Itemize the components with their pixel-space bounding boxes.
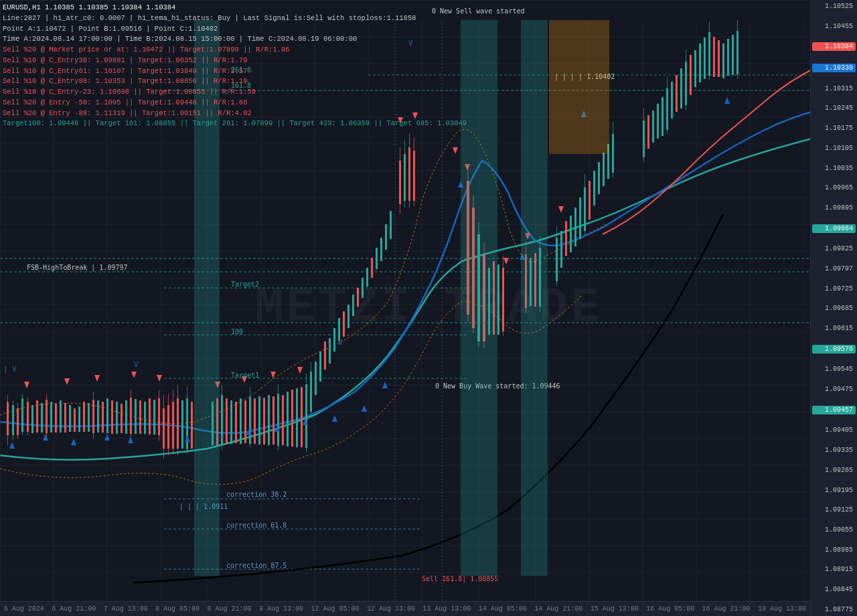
svg-rect-161	[488, 268, 490, 335]
price-level-11: 1.09825	[812, 245, 856, 252]
svg-rect-101	[212, 402, 214, 445]
svg-marker-221	[270, 372, 276, 378]
time-label-15: 19 Aug 13:00	[758, 605, 806, 613]
svg-rect-198	[680, 68, 682, 108]
price-level-28: 1.08845	[812, 586, 856, 593]
time-label-9: 13 Aug 13:00	[422, 605, 471, 613]
svg-rect-74	[102, 402, 104, 433]
svg-rect-142	[380, 238, 382, 261]
time-label-11: 14 Aug 21:00	[534, 605, 582, 613]
svg-rect-62	[50, 402, 52, 433]
svg-rect-86	[153, 400, 155, 435]
svg-marker-232	[71, 439, 76, 445]
svg-rect-119	[282, 395, 284, 445]
price-level-27: 1.08915	[812, 566, 856, 573]
svg-rect-192	[657, 104, 659, 139]
svg-rect-115	[268, 395, 270, 445]
svg-marker-217	[131, 372, 137, 378]
svg-rect-184	[603, 153, 605, 186]
svg-text:| | | | 1.10402: | | | | 1.10402	[554, 73, 615, 81]
svg-rect-202	[694, 50, 696, 87]
price-level-18: 1.09475	[812, 386, 856, 393]
svg-marker-239	[332, 415, 337, 422]
svg-text:100: 100	[231, 328, 243, 335]
info-line-8: Sell %10 @ C_Entry88: 1.10353 | Target:1…	[3, 76, 467, 87]
price-level-2: 1.10455	[812, 23, 856, 30]
svg-rect-79	[125, 400, 127, 434]
info-line-11: Sell %20 @ Entry -88: 1.11319 || Target:…	[3, 108, 467, 119]
sell-arrows	[24, 112, 564, 388]
price-level-bid: 1.10330	[812, 64, 856, 72]
svg-rect-97	[181, 400, 183, 449]
time-label-5: 8 Aug 21:00	[208, 605, 252, 613]
svg-rect-204	[704, 37, 706, 79]
svg-rect-77	[116, 402, 118, 434]
svg-rect-57	[31, 405, 33, 433]
svg-rect-136	[352, 295, 354, 316]
svg-rect-100	[191, 402, 193, 449]
svg-rect-134	[343, 311, 345, 337]
svg-rect-207	[713, 37, 715, 77]
svg-rect-197	[676, 75, 678, 112]
price-level-4: 1.10245	[812, 104, 856, 112]
price-level-7: 1.10035	[812, 165, 856, 172]
time-label-10: 14 Aug 05:00	[479, 605, 527, 613]
svg-marker-231	[43, 434, 48, 441]
svg-rect-84	[144, 402, 146, 434]
svg-rect-139	[366, 268, 368, 287]
svg-text:correction 38.2: correction 38.2	[226, 491, 287, 498]
info-line-12: Target100: 1.09446 || Target 161: 1.0885…	[3, 119, 467, 129]
svg-rect-191	[652, 110, 654, 143]
info-panel: EURUSD,H1 1.10385 1.10385 1.10384 1.1038…	[3, 3, 467, 129]
chart-container: METZI TRADE EURUSD,H1 1.10385 1.10385 1.…	[0, 0, 857, 616]
svg-rect-177	[574, 208, 576, 246]
svg-text:| V: | V	[3, 365, 17, 374]
svg-rect-76	[111, 400, 113, 434]
svg-rect-107	[235, 402, 237, 443]
svg-rect-64	[60, 400, 62, 433]
price-level-13: 1.09725	[812, 285, 856, 293]
svg-marker-227	[503, 258, 509, 264]
svg-rect-162	[493, 261, 495, 335]
svg-marker-244	[581, 110, 587, 117]
price-level-current: 1.10384	[812, 42, 856, 51]
price-level-5: 1.10175	[812, 125, 856, 132]
svg-rect-116	[272, 396, 275, 445]
svg-rect-210	[727, 39, 729, 76]
svg-rect-190	[647, 115, 649, 149]
svg-rect-59	[41, 403, 43, 433]
svg-rect-169	[534, 253, 536, 307]
svg-marker-229	[558, 206, 564, 213]
price-axis: 1.10525 1.10455 1.10384 1.10330 1.10315 …	[810, 0, 857, 616]
svg-rect-168	[530, 258, 532, 306]
price-level-25: 1.09055	[812, 526, 856, 534]
svg-rect-66	[69, 405, 71, 432]
svg-rect-114	[263, 398, 265, 445]
svg-marker-228	[525, 233, 530, 240]
info-line-9: Sell %10 @ C_Entry-23: 1.10698 || Target…	[3, 87, 467, 98]
time-axis: 6 Aug 2024 6 Aug 21:00 7 Aug 13:00 8 Aug…	[0, 601, 810, 616]
price-level-1: 1.10525	[812, 3, 856, 10]
price-level-10: 1.09864	[812, 224, 856, 233]
svg-rect-209	[722, 44, 724, 78]
svg-rect-106	[230, 400, 232, 444]
svg-rect-185	[607, 144, 609, 179]
svg-rect-68	[78, 406, 80, 432]
svg-rect-211	[732, 35, 734, 75]
svg-rect-63	[55, 404, 57, 433]
svg-rect-108	[240, 398, 242, 444]
price-level-21: 1.09335	[812, 447, 856, 454]
buy-arrows	[9, 97, 730, 449]
svg-text:Target2: Target2	[231, 281, 259, 288]
price-level-19: 1.09457	[812, 406, 856, 414]
svg-marker-218	[157, 375, 162, 382]
price-level-12: 1.09797	[812, 265, 856, 273]
svg-marker-222	[297, 367, 303, 374]
svg-rect-69	[83, 402, 85, 432]
svg-marker-226	[465, 164, 470, 171]
svg-rect-58	[36, 400, 38, 433]
svg-rect-122	[296, 388, 298, 447]
svg-marker-234	[128, 437, 133, 443]
svg-rect-135	[347, 305, 349, 328]
svg-rect-102	[216, 398, 218, 445]
